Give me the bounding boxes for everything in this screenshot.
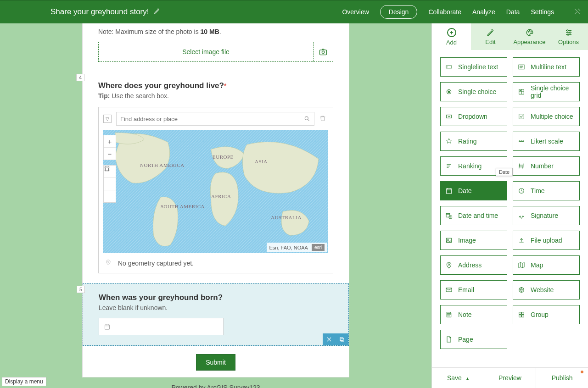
- qtype-label: Page: [458, 336, 473, 343]
- locate-button[interactable]: [104, 178, 116, 190]
- qtype-group[interactable]: Group: [513, 305, 580, 324]
- likert-scale-icon: [518, 138, 525, 145]
- map-label: AFRICA: [211, 194, 231, 200]
- qtype-label: Single choice: [458, 88, 496, 95]
- date-input[interactable]: [99, 318, 224, 335]
- form-canvas[interactable]: Note: Maximum size of the photo is 10 MB…: [0, 23, 431, 388]
- submit-button[interactable]: Submit: [196, 354, 235, 371]
- search-icon[interactable]: [300, 112, 314, 125]
- question-title: Where does your greyhound live?: [98, 81, 224, 90]
- fullscreen-button[interactable]: [104, 190, 116, 202]
- design-panel: + Add Edit Appearance Options Singleline: [431, 23, 588, 388]
- address-icon: [445, 261, 453, 269]
- svg-rect-23: [519, 114, 524, 119]
- svg-rect-9: [340, 338, 343, 340]
- svg-rect-27: [447, 188, 452, 194]
- svg-point-2: [305, 116, 308, 120]
- question-block-date[interactable]: 5 When was your greyhound born? Leave bl…: [83, 283, 349, 346]
- qtype-multiple-choice[interactable]: Multiple choice: [513, 107, 580, 126]
- question-tip: Tip: Use the search box.: [98, 92, 333, 100]
- zoom-in-button[interactable]: +: [104, 135, 116, 148]
- panel-tab-appearance[interactable]: Appearance: [510, 23, 549, 50]
- delete-question-button[interactable]: [323, 333, 336, 345]
- tools-icon[interactable]: [573, 7, 582, 17]
- tab-design[interactable]: Design: [380, 5, 418, 19]
- qtype-image[interactable]: Image: [440, 231, 507, 250]
- qtype-page[interactable]: Page: [440, 330, 507, 349]
- qtype-singleline-text[interactable]: Singleline text: [440, 57, 507, 77]
- qtype-label: Single choice grid: [531, 84, 575, 99]
- select-image-button[interactable]: Select image file: [98, 42, 333, 62]
- tab-settings[interactable]: Settings: [531, 8, 554, 16]
- map-label: NORTH AMERICA: [140, 162, 185, 168]
- question-number: 5: [77, 286, 85, 293]
- qtype-label: Multiple choice: [531, 113, 573, 120]
- map-label: EUROPE: [213, 154, 234, 160]
- image-icon: [445, 237, 453, 244]
- map-icon: [518, 261, 525, 269]
- svg-point-21: [520, 90, 521, 91]
- qtype-dropdown[interactable]: Dropdown: [440, 107, 507, 126]
- single-choice-icon: [445, 88, 453, 95]
- qtype-number[interactable]: Number: [513, 156, 580, 176]
- map-canvas[interactable]: NORTH AMERICA EUROPE ASIA AFRICA SOUTH A…: [103, 130, 328, 253]
- tab-data[interactable]: Data: [506, 8, 520, 16]
- trash-icon[interactable]: [319, 115, 328, 123]
- qtype-single-choice-grid[interactable]: Single choice grid: [513, 82, 580, 101]
- qtype-email[interactable]: Email: [440, 280, 507, 299]
- qtype-label: Date: [458, 187, 472, 194]
- qtype-map[interactable]: Map: [513, 255, 580, 275]
- qtype-multiline-text[interactable]: Multiline text: [513, 57, 580, 77]
- map-attribution: Esri, FAO, NOAA esri: [267, 243, 327, 252]
- qtype-date-and-time[interactable]: Date and time: [440, 206, 507, 225]
- svg-rect-39: [522, 315, 524, 317]
- qtype-file-upload[interactable]: File upload: [513, 231, 580, 250]
- single-choice-grid-icon: [518, 88, 525, 95]
- map-search-input[interactable]: [117, 112, 300, 125]
- qtype-signature[interactable]: Signature: [513, 206, 580, 225]
- group-icon: [518, 311, 525, 318]
- qtype-note[interactable]: Note: [440, 305, 507, 324]
- publish-button[interactable]: Publish: [536, 368, 588, 388]
- pencil-icon[interactable]: [154, 7, 160, 17]
- zoom-out-button[interactable]: −: [104, 148, 116, 160]
- qtype-label: Singleline text: [458, 63, 498, 71]
- palette-icon: [526, 28, 534, 37]
- ranking-icon: [445, 162, 453, 170]
- qtype-single-choice[interactable]: Single choice: [440, 82, 507, 101]
- multiple-choice-icon: [518, 113, 525, 120]
- qtype-date[interactable]: Date: [440, 181, 507, 200]
- question-block-image[interactable]: Note: Maximum size of the photo is 10 MB…: [83, 23, 349, 72]
- svg-point-1: [322, 51, 324, 53]
- svg-rect-22: [447, 115, 452, 118]
- qtype-rating[interactable]: Rating: [440, 132, 507, 151]
- panel-tab-add[interactable]: + Add: [432, 23, 471, 50]
- date-icon: [445, 187, 453, 194]
- svg-rect-38: [519, 315, 521, 317]
- qtype-label: Date and time: [458, 212, 498, 219]
- preview-button[interactable]: Preview: [484, 368, 537, 388]
- collapse-toggle[interactable]: ▽: [103, 115, 112, 123]
- qtype-address[interactable]: Address: [440, 255, 507, 275]
- qtype-time[interactable]: Time: [513, 181, 580, 200]
- plus-icon: +: [447, 28, 456, 37]
- qtype-label: Multiline text: [531, 63, 566, 71]
- qtype-likert-scale[interactable]: Likert scale: [513, 132, 580, 151]
- context-menu-hint: Display a menu: [2, 377, 46, 386]
- page-title[interactable]: Share your greyhound story!: [50, 7, 160, 17]
- qtype-label: Dropdown: [458, 113, 487, 120]
- tab-overview[interactable]: Overview: [342, 8, 369, 16]
- duplicate-question-button[interactable]: [336, 333, 348, 345]
- map-label: AUSTRALIA: [271, 215, 302, 221]
- save-button[interactable]: Save▴: [432, 368, 484, 388]
- panel-tab-options[interactable]: Options: [549, 23, 588, 50]
- top-bar: Share your greyhound story! Overview Des…: [0, 0, 588, 23]
- tab-analyze[interactable]: Analyze: [472, 8, 495, 16]
- camera-icon[interactable]: [314, 42, 333, 61]
- panel-tab-edit[interactable]: Edit: [471, 23, 510, 50]
- survey-title: Share your greyhound story!: [50, 7, 149, 17]
- tab-collaborate[interactable]: Collaborate: [428, 8, 461, 16]
- unsaved-dot-icon: [581, 371, 583, 373]
- question-block-map[interactable]: 4 Where does your greyhound live?* Tip: …: [83, 72, 349, 283]
- qtype-website[interactable]: Website: [513, 280, 580, 299]
